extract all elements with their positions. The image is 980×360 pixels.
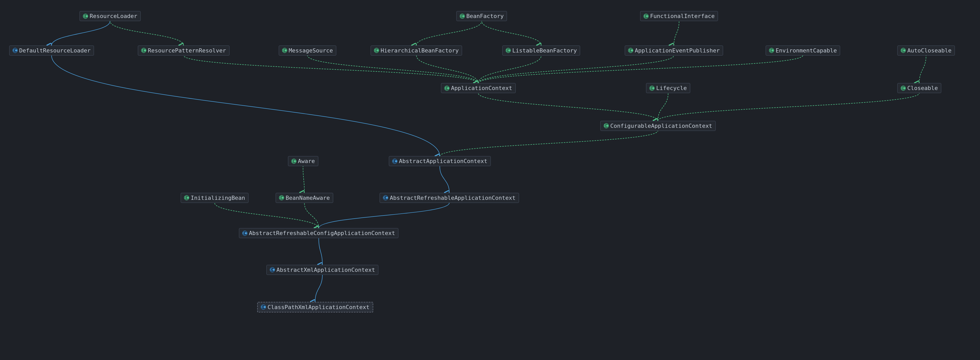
node-resourceloader[interactable]: IResourceLoader xyxy=(80,11,140,21)
node-label: ResourcePatternResolver xyxy=(148,47,226,54)
node-label: InitializingBean xyxy=(191,195,245,201)
node-beannameaware[interactable]: IBeanNameAware xyxy=(276,193,333,203)
node-resourcepatternresolver[interactable]: IResourcePatternResolver xyxy=(138,45,229,56)
node-messagesource[interactable]: IMessageSource xyxy=(279,45,336,56)
node-configurableapplicationcontext[interactable]: IConfigurableApplicationContext xyxy=(600,121,716,131)
node-hierarchicalbeanfactory[interactable]: IHierarchicalBeanFactory xyxy=(371,45,462,56)
interface-icon: I xyxy=(374,48,379,53)
node-applicationeventpublisher[interactable]: IApplicationEventPublisher xyxy=(625,45,723,56)
node-applicationcontext[interactable]: IApplicationContext xyxy=(441,83,515,93)
node-label: AbstractApplicationContext xyxy=(399,158,487,164)
interface-icon: I xyxy=(282,48,287,53)
interface-icon: I xyxy=(444,86,449,91)
node-label: ResourceLoader xyxy=(89,13,137,19)
diagram-container: IResourceLoaderIBeanFactoryIFunctionalIn… xyxy=(0,0,980,360)
interface-icon: I xyxy=(643,14,649,19)
interface-icon: I xyxy=(141,48,146,53)
class-icon: C xyxy=(242,230,247,236)
class-icon: C xyxy=(383,195,388,200)
node-label: AbstractXmlApplicationContext xyxy=(277,267,375,273)
interface-icon: I xyxy=(901,48,906,53)
node-label: Aware xyxy=(298,158,315,164)
interface-icon: I xyxy=(506,48,511,53)
interface-icon: I xyxy=(649,86,654,91)
node-label: AutoCloseable xyxy=(907,47,951,54)
interface-icon: I xyxy=(769,48,774,53)
interface-icon: I xyxy=(279,195,284,200)
node-label: EnvironmentCapable xyxy=(776,47,837,54)
interface-icon: I xyxy=(604,123,609,128)
node-label: BeanNameAware xyxy=(286,195,330,201)
node-abstractxmlapplicationcontext[interactable]: CAbstractXmlApplicationContext xyxy=(266,265,379,275)
interface-icon: I xyxy=(901,86,906,91)
node-initializingbean[interactable]: IInitializingBean xyxy=(181,193,248,203)
node-classpathxmlapplicationcontext[interactable]: CClassPathXmlApplicationContext xyxy=(257,302,373,312)
class-icon: C xyxy=(261,304,266,310)
node-label: BeanFactory xyxy=(466,13,504,19)
class-icon: C xyxy=(13,48,18,53)
interface-icon: I xyxy=(460,14,465,19)
node-autocloseable[interactable]: IAutoCloseable xyxy=(897,45,955,56)
node-label: FunctionalInterface xyxy=(650,13,715,19)
node-label: DefaultResourceLoader xyxy=(19,47,91,54)
node-label: HierarchicalBeanFactory xyxy=(381,47,459,54)
interface-icon: I xyxy=(184,195,189,200)
node-defaultresourceloader[interactable]: CDefaultResourceLoader xyxy=(9,45,94,56)
node-closeable[interactable]: ICloseable xyxy=(897,83,941,93)
interface-icon: I xyxy=(291,158,296,164)
interface-icon: I xyxy=(83,14,88,19)
node-label: AbstractRefreshableConfigApplicationCont… xyxy=(249,230,395,236)
node-label: ClassPathXmlApplicationContext xyxy=(267,304,369,310)
class-icon: C xyxy=(392,158,397,164)
node-label: ListableBeanFactory xyxy=(512,47,577,54)
node-label: Closeable xyxy=(907,85,938,91)
node-label: AbstractRefreshableApplicationContext xyxy=(390,195,515,201)
node-label: ApplicationContext xyxy=(451,85,512,91)
node-lifecycle[interactable]: ILifecycle xyxy=(646,83,690,93)
node-beanfactory[interactable]: IBeanFactory xyxy=(457,11,507,21)
node-aware[interactable]: IAware xyxy=(288,156,318,166)
node-abstractrefreshableapplicationcontext[interactable]: CAbstractRefreshableApplicationContext xyxy=(380,193,519,203)
node-label: Lifecycle xyxy=(656,85,687,91)
node-label: ApplicationEventPublisher xyxy=(635,47,720,54)
node-label: ConfigurableApplicationContext xyxy=(610,123,712,129)
interface-icon: I xyxy=(628,48,633,53)
node-abstractapplicationcontext[interactable]: CAbstractApplicationContext xyxy=(389,156,490,166)
class-icon: C xyxy=(270,267,275,272)
node-functionalinterface[interactable]: IFunctionalInterface xyxy=(640,11,718,21)
node-abstractrefreshableconfigapplicationcontext[interactable]: CAbstractRefreshableConfigApplicationCon… xyxy=(239,228,399,238)
node-environmentcapable[interactable]: IEnvironmentCapable xyxy=(766,45,840,56)
node-label: MessageSource xyxy=(289,47,333,54)
node-listablebeanfactory[interactable]: IListableBeanFactory xyxy=(502,45,580,56)
